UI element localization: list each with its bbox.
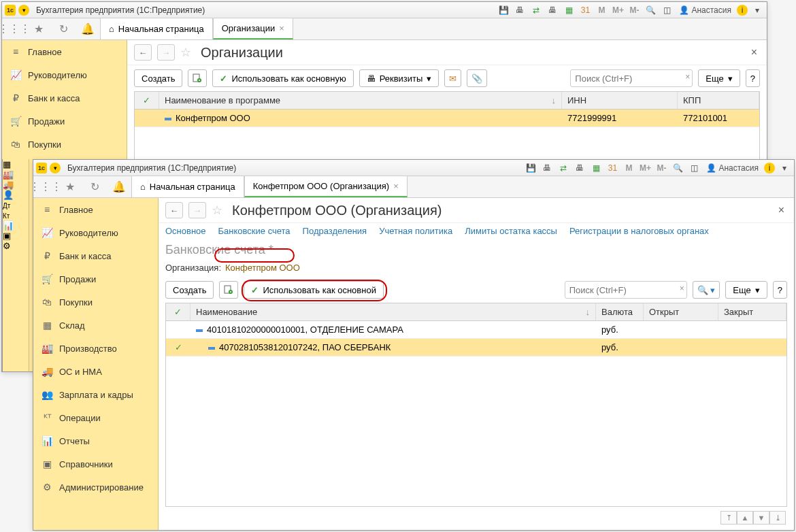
sidebar-item[interactable]: 🚚 bbox=[3, 180, 29, 190]
mplus-icon[interactable]: M+ bbox=[638, 162, 652, 174]
table-row[interactable]: 40101810200000010001, ОТДЕЛЕНИЕ САМАРАру… bbox=[166, 321, 786, 339]
user-menu[interactable]: 👤 Анастасия bbox=[676, 5, 734, 15]
tab-home[interactable]: ⌂ Начальная страница bbox=[131, 176, 244, 197]
history-icon[interactable]: ↻ bbox=[82, 176, 107, 197]
page-close-button[interactable]: × bbox=[776, 204, 787, 216]
search-button[interactable]: 🔍 ▾ bbox=[693, 281, 720, 299]
sidebar-item-9[interactable]: ᴷᵀОперации bbox=[33, 406, 158, 429]
use-as-main-button[interactable]: ✓Использовать как основной bbox=[244, 281, 384, 299]
titlebar-dropdown[interactable]: ▾ bbox=[50, 163, 61, 173]
calendar-icon[interactable]: 31 bbox=[606, 162, 619, 174]
close-icon[interactable]: × bbox=[393, 181, 399, 191]
sidebar-item[interactable]: 👤 bbox=[3, 190, 29, 200]
mminus-icon[interactable]: M- bbox=[627, 4, 641, 16]
sidebar-item-0[interactable]: ≡Главное bbox=[33, 198, 158, 221]
page-close-button[interactable]: × bbox=[748, 46, 760, 59]
favorites-icon[interactable]: ★ bbox=[58, 176, 82, 197]
sidebar-item-1[interactable]: 📈Руководителю bbox=[33, 221, 158, 244]
mail-button[interactable]: ✉ bbox=[444, 69, 461, 87]
sidebar-item-0[interactable]: ≡Главное bbox=[2, 40, 127, 63]
print2-icon[interactable]: 🖶 bbox=[546, 4, 559, 16]
search-input[interactable] bbox=[565, 281, 687, 299]
nav-bottom-button[interactable]: ⤓ bbox=[769, 511, 786, 525]
sidebar-item[interactable]: 🏭 bbox=[3, 169, 29, 180]
help-button[interactable]: ? bbox=[773, 281, 787, 299]
notifications-icon[interactable]: 🔔 bbox=[76, 18, 100, 39]
create-button[interactable]: Создать bbox=[134, 69, 182, 87]
titlebar-dropdown[interactable]: ▾ bbox=[18, 5, 29, 16]
sidebar-item[interactable]: ▣ bbox=[3, 231, 29, 241]
sidebar-item[interactable]: ДтКт bbox=[3, 200, 29, 220]
copy-button[interactable] bbox=[219, 281, 238, 299]
table-row[interactable]: Конфетпром ООО 7721999991 772101001 bbox=[135, 110, 759, 127]
nav-forward-button[interactable]: → bbox=[188, 202, 206, 218]
m-icon[interactable]: M bbox=[622, 162, 635, 174]
sidebar-item-10[interactable]: 📊Отчеты bbox=[33, 429, 158, 452]
link-0[interactable]: Основное bbox=[165, 226, 206, 236]
panels-icon[interactable]: ◫ bbox=[687, 162, 701, 174]
calc-icon[interactable]: ▦ bbox=[562, 4, 576, 16]
use-as-main-button[interactable]: ✓Использовать как основную bbox=[212, 69, 353, 87]
nav-back-button[interactable]: ← bbox=[165, 202, 183, 218]
history-icon[interactable]: ↻ bbox=[51, 18, 76, 39]
print2-icon[interactable]: 🖶 bbox=[573, 162, 586, 174]
compare-icon[interactable]: ⇄ bbox=[557, 162, 570, 174]
nav-down-button[interactable]: ▼ bbox=[753, 511, 769, 525]
sidebar-item-2[interactable]: ₽Банк и касса bbox=[33, 244, 158, 267]
sidebar-item-3[interactable]: 🛒Продажи bbox=[33, 267, 158, 290]
create-button[interactable]: Создать bbox=[165, 281, 214, 299]
requisites-button[interactable]: 🖶 Реквизиты ▾ bbox=[359, 69, 440, 87]
compare-icon[interactable]: ⇄ bbox=[529, 4, 543, 16]
link-1[interactable]: Банковские счета bbox=[218, 226, 291, 236]
sidebar-item-5[interactable]: ▦Склад bbox=[33, 314, 158, 337]
print-icon[interactable]: 🖶 bbox=[540, 162, 554, 174]
sidebar-item-8[interactable]: 👥Зарплата и кадры bbox=[33, 383, 158, 406]
nav-back-button[interactable]: ← bbox=[134, 44, 152, 61]
col-name[interactable]: Наименование ↓ bbox=[190, 303, 596, 320]
tab-home[interactable]: ⌂ Начальная страница bbox=[100, 18, 213, 39]
titlebar-more[interactable]: ▾ bbox=[778, 162, 791, 174]
tab-organization[interactable]: Конфетпром ООО (Организация) × bbox=[244, 176, 408, 197]
sidebar-item-7[interactable]: 🚚ОС и НМА bbox=[33, 360, 158, 383]
zoom-icon[interactable]: 🔍 bbox=[671, 162, 684, 174]
nav-top-button[interactable]: ⤒ bbox=[720, 511, 737, 525]
print-icon[interactable]: 🖶 bbox=[513, 4, 527, 16]
col-kpp[interactable]: КПП bbox=[678, 92, 759, 109]
search-input[interactable] bbox=[570, 69, 693, 87]
nav-up-button[interactable]: ▲ bbox=[737, 511, 753, 525]
save-icon[interactable]: 💾 bbox=[524, 162, 537, 174]
sidebar-item-1[interactable]: 📈Руководителю bbox=[2, 63, 127, 86]
link-3[interactable]: Учетная политика bbox=[379, 226, 452, 236]
col-name[interactable]: Наименование в программе ↓ bbox=[159, 92, 562, 109]
help-button[interactable]: ? bbox=[746, 69, 760, 87]
save-icon[interactable]: 💾 bbox=[497, 4, 510, 16]
sidebar-item[interactable]: ▦ bbox=[3, 159, 29, 169]
apps-icon[interactable]: ⋮⋮⋮ bbox=[2, 18, 27, 39]
star-icon[interactable]: ☆ bbox=[180, 45, 191, 60]
favorites-icon[interactable]: ★ bbox=[27, 18, 51, 39]
link-5[interactable]: Регистрации в налоговых органах bbox=[569, 226, 709, 236]
sidebar-item-6[interactable]: 🏭Производство bbox=[33, 337, 158, 360]
col-open[interactable]: Открыт bbox=[644, 303, 718, 320]
sidebar-item-4[interactable]: 🛍Покупки bbox=[2, 133, 127, 156]
apps-icon[interactable]: ⋮⋮⋮ bbox=[33, 176, 58, 197]
sidebar-item-4[interactable]: 🛍Покупки bbox=[33, 290, 158, 314]
col-main[interactable]: ✓ bbox=[166, 303, 190, 320]
sidebar-item[interactable]: 📊 bbox=[3, 220, 29, 231]
more-button[interactable]: Еще ▾ bbox=[698, 69, 740, 87]
nav-forward-button[interactable]: → bbox=[157, 44, 175, 61]
sidebar-item-12[interactable]: ⚙Администрирование bbox=[33, 476, 158, 499]
sidebar-item-2[interactable]: ₽Банк и касса bbox=[2, 86, 127, 110]
more-button[interactable]: Еще ▾ bbox=[725, 281, 767, 299]
col-currency[interactable]: Валюта bbox=[596, 303, 644, 320]
tab-organizations[interactable]: Организации × bbox=[213, 18, 293, 39]
sidebar-item-3[interactable]: 🛒Продажи bbox=[2, 110, 127, 133]
col-main[interactable]: ✓ bbox=[135, 92, 159, 109]
info-icon[interactable]: i bbox=[737, 5, 748, 16]
titlebar-more[interactable]: ▾ bbox=[750, 4, 764, 16]
col-close[interactable]: Закрыт bbox=[718, 303, 786, 320]
mplus-icon[interactable]: M+ bbox=[611, 4, 625, 16]
m-icon[interactable]: M bbox=[595, 4, 608, 16]
info-icon[interactable]: i bbox=[764, 163, 775, 173]
link-2[interactable]: Подразделения bbox=[303, 226, 367, 236]
